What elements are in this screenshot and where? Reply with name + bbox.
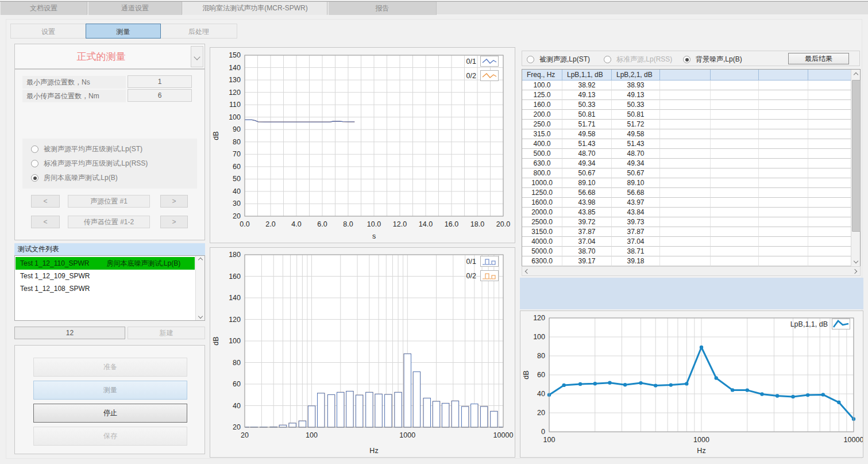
scroll-up-icon[interactable] bbox=[198, 258, 202, 262]
table-cell: 49.13 bbox=[562, 90, 612, 100]
bar-series-icon[interactable] bbox=[480, 256, 499, 267]
table-row[interactable]: 100.038.9238.93 bbox=[522, 80, 860, 90]
save-button[interactable]: 保存 bbox=[33, 427, 187, 446]
mic-position-next-button[interactable]: > bbox=[160, 216, 188, 228]
last-result-button[interactable]: 最后结果 bbox=[788, 53, 849, 64]
measure-mode-combobox[interactable]: 正式的测量 bbox=[14, 44, 205, 69]
subtab-postprocess[interactable]: 后处理 bbox=[160, 24, 237, 39]
table-row[interactable]: 800.050.6750.67 bbox=[522, 168, 860, 178]
scroll-down-icon[interactable] bbox=[198, 314, 202, 319]
table-cell bbox=[759, 149, 808, 159]
table-cell: 50.81 bbox=[562, 110, 612, 120]
subtab-settings[interactable]: 设置 bbox=[10, 24, 86, 39]
table-cell bbox=[711, 149, 759, 159]
table-column-header[interactable] bbox=[759, 70, 808, 80]
table-column-header[interactable]: LpB,1,1, dB bbox=[562, 70, 612, 80]
table-column-header[interactable]: LpB,2,1, dB bbox=[612, 70, 660, 80]
radio-lp-rss[interactable]: 标准声源平均声压级测试,Lp(RSS) bbox=[31, 159, 148, 168]
table-row[interactable]: 6300.039.1739.18 bbox=[522, 256, 860, 266]
svg-text:16.0: 16.0 bbox=[445, 220, 458, 228]
table-row[interactable]: 400.051.4351.43 bbox=[522, 139, 860, 149]
table-row[interactable]: 4000.037.0437.04 bbox=[522, 237, 860, 247]
peak-series-icon[interactable] bbox=[832, 319, 850, 329]
combo-dropdown-button[interactable] bbox=[191, 46, 203, 67]
table-column-header[interactable] bbox=[808, 70, 851, 80]
radio-result-lp-rss[interactable]: 标准声源,Lp(RSS) bbox=[604, 55, 672, 64]
table-column-header[interactable]: Freq., Hz bbox=[522, 70, 562, 80]
stop-button[interactable]: 停止 bbox=[33, 404, 187, 423]
table-row[interactable]: 200.050.8150.81 bbox=[522, 110, 860, 120]
radio-result-lp-st[interactable]: 被测声源,Lp(ST) bbox=[527, 55, 590, 64]
table-vertical-scrollbar[interactable] bbox=[851, 70, 860, 266]
table-row[interactable]: 125.049.1349.13 bbox=[522, 90, 860, 100]
table-row[interactable]: 630.049.3449.34 bbox=[522, 159, 860, 168]
table-column-header[interactable] bbox=[660, 70, 711, 80]
table-cell: 37.87 bbox=[612, 227, 660, 237]
scroll-up-icon[interactable] bbox=[854, 72, 858, 77]
app-window: { "window": { "tabs": [ {"label": "文档设置"… bbox=[0, 0, 868, 464]
tab-channel-settings[interactable]: 通道设置 bbox=[88, 2, 182, 15]
table-row[interactable]: 1000.089.1089.10 bbox=[522, 178, 860, 188]
table-row[interactable]: 1600.043.9843.97 bbox=[522, 198, 860, 208]
new-file-button[interactable]: 新建 bbox=[128, 327, 205, 339]
table-cell bbox=[759, 110, 808, 120]
table-row[interactable]: 160.050.3350.33 bbox=[522, 100, 860, 110]
table-cell: 100.0 bbox=[522, 80, 562, 90]
svg-text:60: 60 bbox=[233, 380, 241, 388]
table-row[interactable]: 250.051.7151.72 bbox=[522, 120, 860, 129]
line-series-icon[interactable] bbox=[480, 70, 499, 81]
file-list-scrollbar[interactable] bbox=[195, 256, 205, 320]
table-cell bbox=[660, 120, 711, 129]
scroll-left-icon[interactable] bbox=[525, 269, 530, 273]
min-mic-positions-field[interactable]: 6 bbox=[128, 89, 192, 102]
table-row[interactable]: 1250.056.6856.68 bbox=[522, 188, 860, 198]
test-file-item[interactable]: Test 1_12_108_SPWR bbox=[16, 282, 195, 295]
subtab-measure[interactable]: 测量 bbox=[86, 24, 161, 39]
mic-position-button[interactable]: 传声器位置 #1-2 bbox=[68, 216, 150, 228]
table-cell bbox=[660, 227, 711, 237]
table-cell: 38.93 bbox=[612, 80, 660, 90]
table-row[interactable]: 315.049.5849.58 bbox=[522, 129, 860, 139]
prepare-button[interactable]: 准备 bbox=[33, 358, 187, 377]
source-position-button[interactable]: 声源位置 #1 bbox=[68, 195, 150, 208]
table-cell bbox=[660, 80, 711, 90]
bar-series-icon[interactable] bbox=[480, 270, 499, 281]
measure-button[interactable]: 测量 bbox=[33, 381, 187, 400]
table-cell: 43.97 bbox=[612, 198, 660, 208]
line-series-icon[interactable] bbox=[480, 56, 499, 67]
table-cell bbox=[808, 247, 851, 256]
svg-text:8.0: 8.0 bbox=[343, 220, 353, 228]
scrollbar-thumb[interactable] bbox=[852, 80, 861, 232]
test-file-list[interactable]: Test 1_12_110_SPWR房间本底噪声测试,Lp(B)Test 1_1… bbox=[14, 255, 205, 321]
table-cell bbox=[808, 149, 851, 159]
table-row[interactable]: 2000.043.8543.84 bbox=[522, 208, 860, 217]
scroll-right-icon[interactable] bbox=[852, 269, 857, 273]
table-row[interactable]: 3150.037.8737.87 bbox=[522, 227, 860, 237]
radio-lp-st[interactable]: 被测声源平均声压级测试,Lp(ST) bbox=[31, 144, 142, 154]
table-horizontal-scrollbar[interactable] bbox=[522, 266, 861, 276]
table-cell: 51.43 bbox=[562, 139, 612, 149]
table-cell: 49.34 bbox=[562, 159, 612, 168]
mic-position-prev-button[interactable]: < bbox=[31, 216, 60, 228]
min-source-positions-field[interactable]: 1 bbox=[128, 75, 192, 88]
table-cell bbox=[759, 237, 808, 247]
table-row[interactable]: 5000.038.7038.71 bbox=[522, 247, 860, 256]
table-row[interactable]: 2500.039.7239.73 bbox=[522, 217, 860, 227]
scroll-down-icon[interactable] bbox=[854, 259, 858, 263]
tab-mcr-spwr[interactable]: 混响室法测试声功率(MCR-SPWR) bbox=[183, 2, 327, 15]
radio-lp-b[interactable]: 房间本底噪声测试,Lp(B) bbox=[31, 173, 118, 183]
tab-document-settings[interactable]: 文档设置 bbox=[0, 2, 87, 15]
table-cell: 51.71 bbox=[562, 120, 612, 129]
svg-text:10000: 10000 bbox=[844, 436, 863, 444]
source-position-next-button[interactable]: > bbox=[160, 195, 188, 208]
table-cell bbox=[660, 217, 711, 227]
source-position-prev-button[interactable]: < bbox=[31, 195, 60, 208]
test-file-item[interactable]: Test 1_12_110_SPWR房间本底噪声测试,Lp(B) bbox=[16, 257, 195, 270]
table-column-header[interactable] bbox=[711, 70, 759, 80]
svg-text:40: 40 bbox=[233, 187, 241, 195]
tab-report[interactable]: 报告 bbox=[328, 2, 437, 15]
table-row[interactable]: 500.048.7048.70 bbox=[522, 149, 860, 159]
radio-result-lp-b[interactable]: 背景噪声,Lp(B) bbox=[683, 55, 742, 64]
file-number-field[interactable]: 12 bbox=[14, 327, 125, 339]
test-file-item[interactable]: Test 1_12_109_SPWR bbox=[16, 270, 195, 282]
